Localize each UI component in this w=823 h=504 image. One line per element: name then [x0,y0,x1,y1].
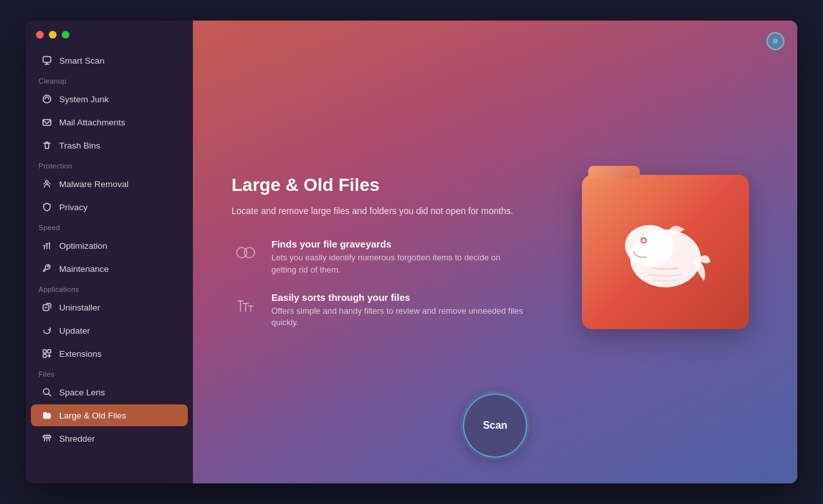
whale-svg [614,201,717,303]
notification-dot [773,39,778,44]
malware-removal-label: Malware Removal [59,179,129,189]
extensions-label: Extensions [59,349,102,359]
optimization-label: Optimization [59,241,107,251]
sidebar-item-large-old-files[interactable]: Large & Old Files [31,404,188,426]
space-lens-icon [41,386,53,398]
scan-button-wrapper: Scan [463,393,527,458]
uninstaller-icon [41,302,53,313]
speed-section-label: Speed [26,219,193,234]
cleanup-section-label: Cleanup [26,72,193,87]
content-area: Large & Old Files Locate and remove larg… [193,136,797,368]
svg-line-17 [49,394,51,397]
mail-attachments-label: Mail Attachments [59,118,125,127]
updater-icon [41,325,53,336]
shredder-icon [41,433,53,444]
svg-point-31 [625,225,674,266]
sidebar-item-smart-scan[interactable]: Smart Scan [31,50,188,71]
feature-item-2: Easily sorts through your files Offers s… [231,292,527,330]
updater-label: Updater [59,326,90,336]
feature1-desc: Lets you easily identify numerous forgot… [271,252,527,276]
feature1-icon [231,239,260,267]
sidebar-item-space-lens[interactable]: Space Lens [31,381,188,403]
svg-rect-15 [43,354,46,357]
space-lens-label: Space Lens [59,388,105,397]
sidebar-item-maintenance[interactable]: Maintenance [31,258,188,280]
privacy-icon [41,201,53,213]
svg-line-19 [44,435,45,436]
feature1-title: Finds your file graveyards [271,239,527,249]
feature-list: Finds your file graveyards Lets you easi… [231,239,527,329]
system-junk-label: System Junk [59,94,109,104]
sidebar-item-shredder[interactable]: Shredder [31,428,188,449]
content-left: Large & Old Files Locate and remove larg… [231,175,527,329]
folder-icon-bg [582,175,749,329]
optimization-icon [41,240,53,251]
sidebar-item-privacy[interactable]: Privacy [31,196,188,218]
app-window: Smart Scan Cleanup System Junk Mail Atta… [26,21,797,483]
page-description: Locate and remove large files and folder… [231,204,527,218]
svg-rect-4 [43,120,51,125]
uninstaller-label: Uninstaller [59,303,100,312]
sidebar-item-mail-attachments[interactable]: Mail Attachments [31,111,188,133]
protection-section-label: Protection [26,157,193,172]
sidebar-item-system-junk[interactable]: System Junk [31,88,188,110]
large-old-files-label: Large & Old Files [59,411,126,420]
sidebar-item-uninstaller[interactable]: Uninstaller [31,296,188,318]
files-section-label: Files [26,365,193,381]
close-dot[interactable] [36,31,44,39]
applications-section-label: Applications [26,280,193,296]
sidebar-item-updater[interactable]: Updater [31,320,188,341]
svg-point-33 [642,239,646,242]
top-right-button[interactable] [766,32,784,50]
window-controls [26,31,193,49]
maintenance-icon [41,263,53,274]
sidebar-item-optimization[interactable]: Optimization [31,235,188,256]
folder-icon [41,410,53,421]
sidebar-item-trash-bins[interactable]: Trash Bins [31,134,188,156]
feature1-text: Finds your file graveyards Lets you easi… [271,239,527,276]
trash-bins-label: Trash Bins [59,141,100,150]
mail-icon [41,116,53,128]
svg-rect-13 [43,350,46,353]
smart-scan-label: Smart Scan [59,56,105,66]
feature2-text: Easily sorts through your files Offers s… [271,292,527,330]
trash-icon [41,140,53,151]
malware-icon [41,178,53,190]
feature2-icon [231,292,260,320]
sidebar-item-malware-removal[interactable]: Malware Removal [31,173,188,195]
feature2-desc: Offers simple and handy filters to revie… [271,305,527,330]
maintenance-label: Maintenance [59,264,109,274]
sidebar: Smart Scan Cleanup System Junk Mail Atta… [26,21,193,483]
feature-item-1: Finds your file graveyards Lets you easi… [231,239,527,276]
extensions-icon [41,348,53,359]
svg-line-21 [49,435,50,436]
svg-point-5 [46,181,48,183]
page-title: Large & Old Files [231,175,527,195]
privacy-label: Privacy [59,203,87,212]
maximize-dot[interactable] [62,31,69,39]
shredder-label: Shredder [59,434,95,444]
scan-button[interactable]: Scan [463,393,527,458]
folder-illustration [572,162,759,342]
svg-point-3 [43,95,51,103]
sidebar-item-extensions[interactable]: Extensions [31,343,188,364]
system-junk-icon [41,93,53,105]
minimize-dot[interactable] [49,31,57,39]
svg-point-23 [244,248,255,258]
svg-rect-0 [43,57,51,62]
main-content: Large & Old Files Locate and remove larg… [193,21,797,483]
svg-rect-14 [48,350,51,353]
smart-scan-icon [41,55,53,66]
feature2-title: Easily sorts through your files [271,292,527,303]
